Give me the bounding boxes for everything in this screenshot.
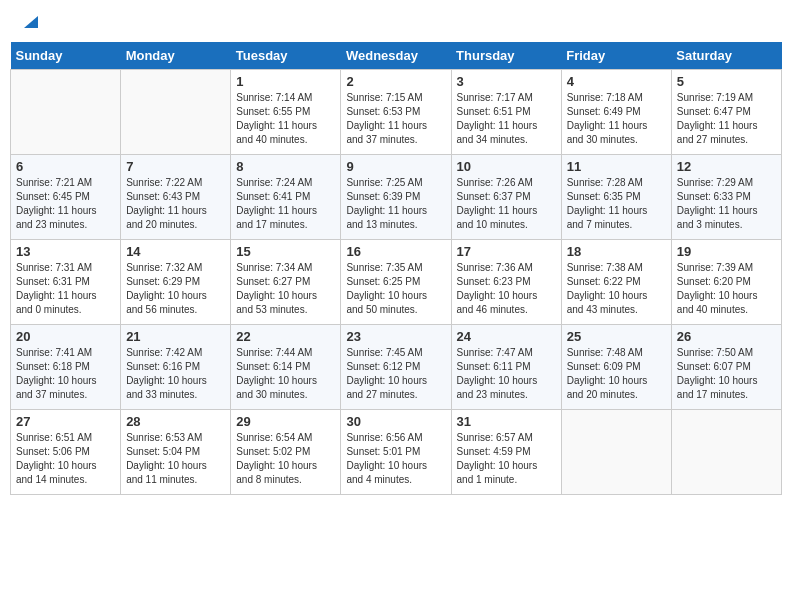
weekday-header-saturday: Saturday: [671, 42, 781, 70]
day-detail: Sunrise: 7:21 AMSunset: 6:45 PMDaylight:…: [16, 176, 115, 232]
day-detail: Sunrise: 6:54 AMSunset: 5:02 PMDaylight:…: [236, 431, 335, 487]
day-number: 13: [16, 244, 115, 259]
day-number: 18: [567, 244, 666, 259]
day-number: 29: [236, 414, 335, 429]
day-detail: Sunrise: 7:14 AMSunset: 6:55 PMDaylight:…: [236, 91, 335, 147]
day-number: 9: [346, 159, 445, 174]
calendar-cell: 29Sunrise: 6:54 AMSunset: 5:02 PMDayligh…: [231, 410, 341, 495]
calendar-cell: 6Sunrise: 7:21 AMSunset: 6:45 PMDaylight…: [11, 155, 121, 240]
day-number: 24: [457, 329, 556, 344]
day-detail: Sunrise: 7:45 AMSunset: 6:12 PMDaylight:…: [346, 346, 445, 402]
calendar-cell: 9Sunrise: 7:25 AMSunset: 6:39 PMDaylight…: [341, 155, 451, 240]
day-number: 15: [236, 244, 335, 259]
day-number: 6: [16, 159, 115, 174]
weekday-header-friday: Friday: [561, 42, 671, 70]
calendar-cell: 27Sunrise: 6:51 AMSunset: 5:06 PMDayligh…: [11, 410, 121, 495]
day-number: 22: [236, 329, 335, 344]
day-detail: Sunrise: 7:26 AMSunset: 6:37 PMDaylight:…: [457, 176, 556, 232]
day-number: 20: [16, 329, 115, 344]
calendar-cell: 14Sunrise: 7:32 AMSunset: 6:29 PMDayligh…: [121, 240, 231, 325]
calendar-week-row: 27Sunrise: 6:51 AMSunset: 5:06 PMDayligh…: [11, 410, 782, 495]
day-number: 1: [236, 74, 335, 89]
day-detail: Sunrise: 7:48 AMSunset: 6:09 PMDaylight:…: [567, 346, 666, 402]
day-detail: Sunrise: 7:35 AMSunset: 6:25 PMDaylight:…: [346, 261, 445, 317]
day-number: 17: [457, 244, 556, 259]
weekday-header-wednesday: Wednesday: [341, 42, 451, 70]
weekday-header-row: SundayMondayTuesdayWednesdayThursdayFrid…: [11, 42, 782, 70]
calendar-week-row: 13Sunrise: 7:31 AMSunset: 6:31 PMDayligh…: [11, 240, 782, 325]
day-number: 11: [567, 159, 666, 174]
weekday-header-sunday: Sunday: [11, 42, 121, 70]
calendar-cell: 26Sunrise: 7:50 AMSunset: 6:07 PMDayligh…: [671, 325, 781, 410]
calendar-table: SundayMondayTuesdayWednesdayThursdayFrid…: [10, 42, 782, 495]
weekday-header-monday: Monday: [121, 42, 231, 70]
calendar-cell: 28Sunrise: 6:53 AMSunset: 5:04 PMDayligh…: [121, 410, 231, 495]
page-header: [10, 10, 782, 34]
day-detail: Sunrise: 7:17 AMSunset: 6:51 PMDaylight:…: [457, 91, 556, 147]
calendar-cell: 5Sunrise: 7:19 AMSunset: 6:47 PMDaylight…: [671, 70, 781, 155]
day-detail: Sunrise: 7:15 AMSunset: 6:53 PMDaylight:…: [346, 91, 445, 147]
day-detail: Sunrise: 7:22 AMSunset: 6:43 PMDaylight:…: [126, 176, 225, 232]
day-number: 8: [236, 159, 335, 174]
calendar-cell: 18Sunrise: 7:38 AMSunset: 6:22 PMDayligh…: [561, 240, 671, 325]
day-number: 16: [346, 244, 445, 259]
day-number: 19: [677, 244, 776, 259]
day-number: 4: [567, 74, 666, 89]
calendar-cell: [561, 410, 671, 495]
calendar-cell: 1Sunrise: 7:14 AMSunset: 6:55 PMDaylight…: [231, 70, 341, 155]
svg-marker-0: [24, 16, 38, 28]
day-number: 10: [457, 159, 556, 174]
day-number: 23: [346, 329, 445, 344]
calendar-cell: 25Sunrise: 7:48 AMSunset: 6:09 PMDayligh…: [561, 325, 671, 410]
day-number: 5: [677, 74, 776, 89]
calendar-cell: 21Sunrise: 7:42 AMSunset: 6:16 PMDayligh…: [121, 325, 231, 410]
day-number: 30: [346, 414, 445, 429]
day-detail: Sunrise: 7:50 AMSunset: 6:07 PMDaylight:…: [677, 346, 776, 402]
calendar-cell: 15Sunrise: 7:34 AMSunset: 6:27 PMDayligh…: [231, 240, 341, 325]
calendar-cell: 20Sunrise: 7:41 AMSunset: 6:18 PMDayligh…: [11, 325, 121, 410]
calendar-week-row: 20Sunrise: 7:41 AMSunset: 6:18 PMDayligh…: [11, 325, 782, 410]
calendar-cell: 23Sunrise: 7:45 AMSunset: 6:12 PMDayligh…: [341, 325, 451, 410]
day-detail: Sunrise: 7:25 AMSunset: 6:39 PMDaylight:…: [346, 176, 445, 232]
day-number: 31: [457, 414, 556, 429]
calendar-cell: 10Sunrise: 7:26 AMSunset: 6:37 PMDayligh…: [451, 155, 561, 240]
day-detail: Sunrise: 6:53 AMSunset: 5:04 PMDaylight:…: [126, 431, 225, 487]
calendar-cell: [121, 70, 231, 155]
calendar-cell: 7Sunrise: 7:22 AMSunset: 6:43 PMDaylight…: [121, 155, 231, 240]
day-detail: Sunrise: 7:28 AMSunset: 6:35 PMDaylight:…: [567, 176, 666, 232]
day-detail: Sunrise: 7:38 AMSunset: 6:22 PMDaylight:…: [567, 261, 666, 317]
day-number: 21: [126, 329, 225, 344]
day-detail: Sunrise: 6:57 AMSunset: 4:59 PMDaylight:…: [457, 431, 556, 487]
logo-triangle-icon: [20, 12, 38, 30]
calendar-cell: 30Sunrise: 6:56 AMSunset: 5:01 PMDayligh…: [341, 410, 451, 495]
day-number: 3: [457, 74, 556, 89]
day-number: 28: [126, 414, 225, 429]
day-detail: Sunrise: 7:24 AMSunset: 6:41 PMDaylight:…: [236, 176, 335, 232]
calendar-cell: 31Sunrise: 6:57 AMSunset: 4:59 PMDayligh…: [451, 410, 561, 495]
calendar-cell: 4Sunrise: 7:18 AMSunset: 6:49 PMDaylight…: [561, 70, 671, 155]
calendar-cell: [11, 70, 121, 155]
day-number: 26: [677, 329, 776, 344]
day-detail: Sunrise: 7:34 AMSunset: 6:27 PMDaylight:…: [236, 261, 335, 317]
day-number: 12: [677, 159, 776, 174]
day-detail: Sunrise: 7:44 AMSunset: 6:14 PMDaylight:…: [236, 346, 335, 402]
calendar-cell: 3Sunrise: 7:17 AMSunset: 6:51 PMDaylight…: [451, 70, 561, 155]
calendar-cell: 16Sunrise: 7:35 AMSunset: 6:25 PMDayligh…: [341, 240, 451, 325]
day-detail: Sunrise: 6:51 AMSunset: 5:06 PMDaylight:…: [16, 431, 115, 487]
calendar-week-row: 6Sunrise: 7:21 AMSunset: 6:45 PMDaylight…: [11, 155, 782, 240]
calendar-cell: [671, 410, 781, 495]
day-detail: Sunrise: 7:41 AMSunset: 6:18 PMDaylight:…: [16, 346, 115, 402]
day-number: 27: [16, 414, 115, 429]
day-number: 25: [567, 329, 666, 344]
calendar-cell: 11Sunrise: 7:28 AMSunset: 6:35 PMDayligh…: [561, 155, 671, 240]
calendar-cell: 2Sunrise: 7:15 AMSunset: 6:53 PMDaylight…: [341, 70, 451, 155]
weekday-header-tuesday: Tuesday: [231, 42, 341, 70]
day-detail: Sunrise: 7:39 AMSunset: 6:20 PMDaylight:…: [677, 261, 776, 317]
calendar-cell: 22Sunrise: 7:44 AMSunset: 6:14 PMDayligh…: [231, 325, 341, 410]
calendar-cell: 8Sunrise: 7:24 AMSunset: 6:41 PMDaylight…: [231, 155, 341, 240]
day-detail: Sunrise: 7:36 AMSunset: 6:23 PMDaylight:…: [457, 261, 556, 317]
day-number: 2: [346, 74, 445, 89]
day-detail: Sunrise: 7:32 AMSunset: 6:29 PMDaylight:…: [126, 261, 225, 317]
weekday-header-thursday: Thursday: [451, 42, 561, 70]
day-detail: Sunrise: 7:42 AMSunset: 6:16 PMDaylight:…: [126, 346, 225, 402]
